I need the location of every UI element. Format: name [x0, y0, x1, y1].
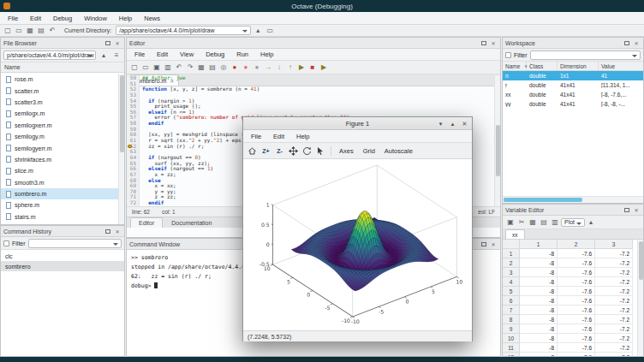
variable-grid-cell[interactable]: -8	[520, 277, 558, 287]
select-icon[interactable]	[315, 145, 326, 157]
remove-breakpoints-icon[interactable]: ●	[241, 62, 251, 72]
variable-grid-cell[interactable]: -8	[520, 296, 558, 306]
code-text[interactable]: ## Author: jwe	[140, 75, 186, 81]
open-icon[interactable]: ▭	[140, 62, 151, 72]
home-icon[interactable]	[247, 145, 258, 157]
undock-icon[interactable]	[104, 227, 112, 235]
scrollbar-thumb[interactable]	[120, 75, 124, 152]
variable-grid-cell[interactable]: -7.6	[558, 258, 595, 268]
workspace-filter-combo[interactable]	[530, 50, 641, 60]
variable-grid-row-header[interactable]: 9	[503, 324, 520, 334]
scrollbar-thumb[interactable]	[504, 198, 582, 202]
line-number[interactable]: 72	[127, 200, 140, 206]
figure-menu-edit[interactable]: Edit	[267, 133, 290, 140]
open-icon[interactable]: ▭	[14, 26, 24, 35]
variable-grid-cell[interactable]: -7.6	[558, 249, 595, 258]
close-icon[interactable]: ✕	[489, 39, 498, 47]
variable-grid-row-header[interactable]: 10	[503, 334, 520, 343]
find-icon[interactable]: ◎	[218, 62, 229, 72]
variable-tab[interactable]: xx	[505, 229, 525, 239]
variable-grid-cell[interactable]: -7.6	[558, 343, 595, 353]
grid-button[interactable]: Grid	[360, 147, 379, 155]
variable-grid-cell[interactable]: -8	[520, 268, 558, 277]
figure-window[interactable]: Figure 1 ▾▴✕ FileEditHelp Z+Z-AxesGridAu…	[242, 116, 473, 341]
variable-grid-cell[interactable]: -7.2	[595, 306, 633, 315]
rotate-icon[interactable]	[301, 145, 313, 157]
file-list-scrollbar[interactable]	[118, 74, 124, 224]
copy-icon[interactable]: ▦	[196, 62, 206, 72]
variable-grid-cell[interactable]: -7.6	[558, 296, 595, 306]
variable-grid-cell[interactable]: -8	[520, 306, 558, 315]
editor-menu-edit[interactable]: Edit	[151, 50, 174, 58]
toggle-breakpoint-icon[interactable]: ●	[230, 62, 240, 72]
filter-checkbox[interactable]	[3, 240, 9, 246]
variable-grid-cell[interactable]: -7.2	[595, 343, 633, 353]
variable-grid-row-header[interactable]: 11	[503, 343, 520, 353]
new-script-icon[interactable]: ▢	[3, 26, 13, 35]
menu-file[interactable]: File	[2, 15, 24, 22]
undock-icon[interactable]	[623, 39, 631, 47]
variable-grid-col-header[interactable]: 1	[520, 240, 558, 249]
continue-icon[interactable]: ▶	[296, 62, 307, 72]
autoscale-button[interactable]: Autoscale	[381, 147, 416, 155]
variable-grid-row-header[interactable]: 7	[503, 306, 520, 315]
paste-icon[interactable]: ▤	[207, 62, 218, 72]
save-icon[interactable]: ▣	[152, 62, 162, 72]
copy-icon[interactable]: ▦	[528, 217, 538, 227]
workspace-row[interactable]: rdouble41x41[11.314, 1...	[503, 80, 643, 90]
cut-icon[interactable]: ✂	[516, 217, 527, 227]
close-icon[interactable]: ✕	[113, 227, 122, 235]
workspace-col-dimension[interactable]: Dimension	[558, 62, 599, 70]
code-text[interactable]: zz = sin (r) ./ r;	[140, 144, 204, 150]
history-item[interactable]: sombrero	[1, 261, 124, 271]
variable-grid-cell[interactable]: -7.2	[595, 334, 633, 343]
code-text[interactable]: endif	[140, 200, 164, 206]
workspace-row[interactable]: ndouble1x141	[503, 71, 643, 80]
code-text[interactable]: endif	[140, 121, 164, 127]
step-icon[interactable]: →	[263, 62, 273, 72]
menu-news[interactable]: News	[138, 15, 166, 22]
file-item[interactable]: semilogxerr.m	[1, 120, 118, 131]
file-item[interactable]: shrinkfaces.m	[1, 154, 118, 165]
variable-grid-cell[interactable]: -7.2	[595, 353, 633, 357]
print-icon[interactable]: ▥	[163, 62, 173, 72]
figure-minimize-icon[interactable]: ▾	[436, 119, 445, 128]
variable-grid-scrollbar[interactable]	[637, 240, 643, 356]
editor-scrollbar[interactable]	[494, 75, 500, 206]
breakpoint-list-icon[interactable]: ●	[252, 62, 262, 72]
variable-grid-cell[interactable]: -8	[520, 334, 558, 343]
file-item[interactable]: rose.m	[1, 74, 118, 85]
run-icon[interactable]: ▶	[319, 62, 329, 72]
file-item[interactable]: semilogy.m	[1, 131, 118, 142]
file-item[interactable]: scatter.m	[1, 85, 118, 96]
plot-combo[interactable]: Plot	[561, 218, 585, 227]
variable-grid-cell[interactable]: -7.6	[558, 306, 595, 315]
figure-menu-help[interactable]: Help	[290, 133, 315, 140]
undock-icon[interactable]	[623, 205, 631, 214]
workspace-row[interactable]: yydouble41x41[-8, -8, -...	[503, 99, 643, 109]
print-icon[interactable]: ▥	[550, 217, 560, 227]
variable-grid-cell[interactable]: -7.2	[595, 268, 633, 277]
workspace-col-class[interactable]: Class	[527, 62, 558, 70]
close-icon[interactable]: ✕	[489, 240, 498, 248]
variable-grid-cell[interactable]: -7.6	[558, 268, 595, 277]
history-item[interactable]: clc	[1, 251, 124, 261]
menu-help[interactable]: Help	[113, 15, 138, 22]
variable-grid-row-header[interactable]: 2	[503, 258, 520, 268]
file-item[interactable]: sphere.m	[1, 199, 118, 211]
folder-up-icon[interactable]: ▴	[98, 50, 109, 60]
scrollbar-thumb[interactable]	[639, 241, 643, 280]
variable-grid-row-header[interactable]: 12	[503, 353, 520, 357]
dock-tab-documentation[interactable]: Documentation	[163, 217, 220, 228]
zoom-out-icon[interactable]: Z-	[274, 145, 285, 157]
directory-up-icon[interactable]: ▴	[253, 26, 263, 35]
variable-grid-cell[interactable]: -7.2	[595, 249, 633, 258]
filter-checkbox[interactable]	[505, 52, 511, 58]
file-item[interactable]: sombrero.m	[1, 188, 118, 199]
editor-menu-file[interactable]: File	[128, 50, 151, 58]
figure-canvas[interactable]	[243, 159, 472, 330]
copy-icon[interactable]: ▦	[25, 26, 35, 35]
figure-maximize-icon[interactable]: ▴	[448, 119, 457, 128]
variable-grid-cell[interactable]: -7.6	[558, 277, 595, 287]
pan-icon[interactable]	[288, 145, 299, 157]
